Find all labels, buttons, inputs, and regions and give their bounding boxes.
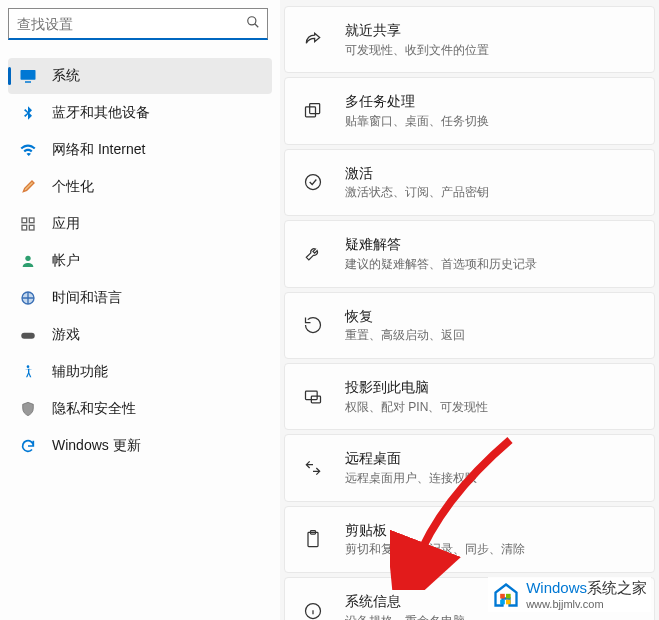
card-projecting[interactable]: 投影到此电脑 权限、配对 PIN、可发现性	[284, 363, 655, 430]
card-text: 恢复 重置、高级启动、返回	[345, 307, 638, 344]
watermark-brand-suffix: 系统之家	[587, 579, 647, 596]
card-text: 激活 激活状态、订阅、产品密钥	[345, 164, 638, 201]
card-text: 剪贴板 剪切和复制历史记录、同步、清除	[345, 521, 638, 558]
sidebar-item-apps[interactable]: 应用	[8, 206, 272, 242]
sidebar-item-label: 个性化	[52, 178, 94, 196]
card-desc: 贴靠窗口、桌面、任务切换	[345, 113, 638, 130]
sidebar-item-label: 应用	[52, 215, 80, 233]
svg-rect-3	[25, 81, 31, 83]
svg-rect-4	[22, 218, 27, 223]
grid-icon	[18, 214, 38, 234]
card-desc: 设备规格，重命名电脑	[345, 613, 638, 620]
sidebar-item-label: Windows 更新	[52, 437, 141, 455]
card-title: 激活	[345, 164, 638, 184]
recovery-icon	[301, 313, 325, 337]
sidebar-item-accessibility[interactable]: 辅助功能	[8, 354, 272, 390]
sidebar-item-bluetooth[interactable]: 蓝牙和其他设备	[8, 95, 272, 131]
search-icon	[246, 15, 260, 33]
sidebar-item-privacy[interactable]: 隐私和安全性	[8, 391, 272, 427]
windows-home-icon	[492, 581, 520, 609]
watermark: Windows系统之家 www.bjjmlv.com	[488, 577, 651, 612]
card-text: 投影到此电脑 权限、配对 PIN、可发现性	[345, 378, 638, 415]
sidebar: 系统 蓝牙和其他设备 网络和 Internet 个性化	[0, 0, 280, 620]
svg-rect-12	[306, 107, 316, 117]
multitask-icon	[301, 99, 325, 123]
display-icon	[18, 66, 38, 86]
card-recovery[interactable]: 恢复 重置、高级启动、返回	[284, 292, 655, 359]
bluetooth-icon	[18, 103, 38, 123]
sidebar-item-label: 帐户	[52, 252, 80, 270]
svg-rect-2	[21, 70, 36, 80]
card-title: 疑难解答	[345, 235, 638, 255]
card-title: 剪贴板	[345, 521, 638, 541]
gamepad-icon	[18, 325, 38, 345]
search-input[interactable]	[8, 8, 268, 40]
person-icon	[18, 251, 38, 271]
sidebar-item-label: 系统	[52, 67, 80, 85]
sidebar-item-label: 时间和语言	[52, 289, 122, 307]
card-text: 就近共享 可发现性、收到文件的位置	[345, 21, 638, 58]
card-desc: 激活状态、订阅、产品密钥	[345, 184, 638, 201]
sidebar-item-label: 蓝牙和其他设备	[52, 104, 150, 122]
card-multitasking[interactable]: 多任务处理 贴靠窗口、桌面、任务切换	[284, 77, 655, 144]
card-title: 多任务处理	[345, 92, 638, 112]
card-nearby-sharing[interactable]: 就近共享 可发现性、收到文件的位置	[284, 6, 655, 73]
card-desc: 重置、高级启动、返回	[345, 327, 638, 344]
sidebar-item-gaming[interactable]: 游戏	[8, 317, 272, 353]
card-desc: 权限、配对 PIN、可发现性	[345, 399, 638, 416]
sidebar-item-windows-update[interactable]: Windows 更新	[8, 428, 272, 464]
sidebar-item-label: 游戏	[52, 326, 80, 344]
clipboard-icon	[301, 527, 325, 551]
card-title: 恢复	[345, 307, 638, 327]
wifi-icon	[18, 140, 38, 160]
svg-rect-25	[506, 599, 511, 604]
svg-rect-10	[21, 333, 35, 339]
nav-list: 系统 蓝牙和其他设备 网络和 Internet 个性化	[4, 58, 276, 464]
shield-icon	[18, 399, 38, 419]
card-troubleshoot[interactable]: 疑难解答 建议的疑难解答、首选项和历史记录	[284, 220, 655, 287]
watermark-text: Windows系统之家 www.bjjmlv.com	[526, 579, 647, 610]
sidebar-item-personalization[interactable]: 个性化	[8, 169, 272, 205]
svg-point-11	[27, 365, 30, 368]
globe-clock-icon	[18, 288, 38, 308]
svg-rect-24	[500, 599, 505, 604]
sidebar-item-label: 隐私和安全性	[52, 400, 136, 418]
wrench-icon	[301, 242, 325, 266]
card-text: 远程桌面 远程桌面用户、连接权限	[345, 449, 638, 486]
share-icon	[301, 28, 325, 52]
sidebar-item-label: 网络和 Internet	[52, 141, 145, 159]
sidebar-item-label: 辅助功能	[52, 363, 108, 381]
sidebar-item-system[interactable]: 系统	[8, 58, 272, 94]
card-activation[interactable]: 激活 激活状态、订阅、产品密钥	[284, 149, 655, 216]
card-desc: 剪切和复制历史记录、同步、清除	[345, 541, 638, 558]
svg-rect-7	[29, 225, 34, 230]
sidebar-item-network[interactable]: 网络和 Internet	[8, 132, 272, 168]
svg-point-0	[248, 17, 256, 25]
card-desc: 可发现性、收到文件的位置	[345, 42, 638, 59]
sidebar-item-time-language[interactable]: 时间和语言	[8, 280, 272, 316]
svg-point-8	[25, 256, 30, 261]
card-clipboard[interactable]: 剪贴板 剪切和复制历史记录、同步、清除	[284, 506, 655, 573]
svg-point-14	[306, 175, 321, 190]
sync-icon	[18, 436, 38, 456]
info-icon	[301, 599, 325, 620]
card-text: 多任务处理 贴靠窗口、桌面、任务切换	[345, 92, 638, 129]
watermark-brand-prefix: Windows	[526, 579, 587, 596]
watermark-url: www.bjjmlv.com	[526, 598, 647, 610]
svg-rect-23	[506, 593, 511, 598]
card-desc: 远程桌面用户、连接权限	[345, 470, 638, 487]
svg-rect-6	[22, 225, 27, 230]
checkmark-circle-icon	[301, 170, 325, 194]
project-icon	[301, 385, 325, 409]
settings-cards-list: 就近共享 可发现性、收到文件的位置 多任务处理 贴靠窗口、桌面、任务切换 激活 …	[280, 0, 659, 620]
svg-line-1	[255, 24, 259, 28]
card-title: 远程桌面	[345, 449, 638, 469]
card-remote-desktop[interactable]: 远程桌面 远程桌面用户、连接权限	[284, 434, 655, 501]
sidebar-item-accounts[interactable]: 帐户	[8, 243, 272, 279]
svg-rect-5	[29, 218, 34, 223]
brush-icon	[18, 177, 38, 197]
card-title: 就近共享	[345, 21, 638, 41]
search-box	[8, 8, 268, 40]
svg-rect-22	[500, 593, 505, 598]
card-desc: 建议的疑难解答、首选项和历史记录	[345, 256, 638, 273]
